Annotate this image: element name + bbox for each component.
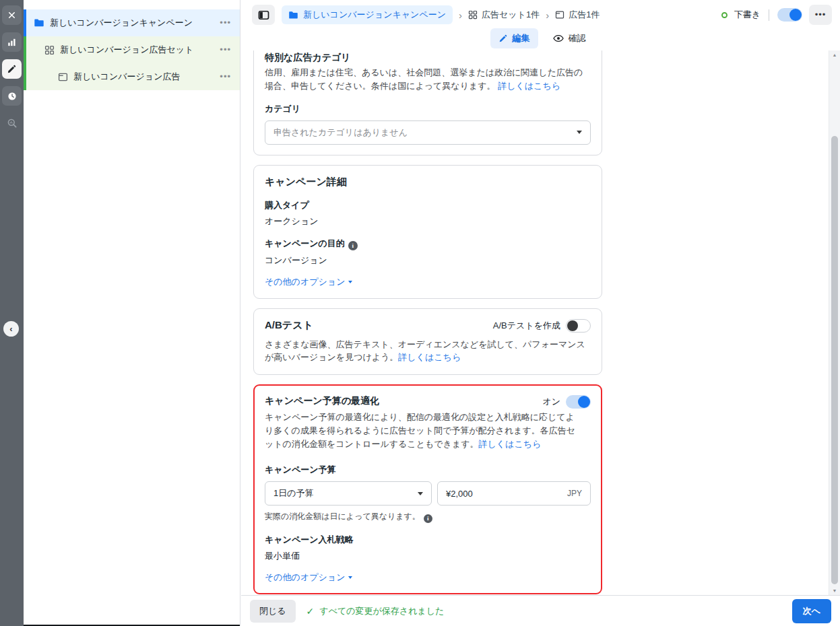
side-panel-icon (258, 9, 269, 21)
draft-status-label: 下書き (734, 9, 761, 21)
vertical-scrollbar[interactable]: ▲ ▼ (829, 50, 840, 595)
chevron-right-icon: › (546, 9, 549, 21)
budget-amount-input[interactable] (446, 489, 567, 499)
close-icon (7, 10, 17, 20)
campaign-budget-label: キャンペーン予算 (265, 464, 591, 476)
status-controls: 下書き ••• (721, 5, 832, 25)
toggle-side-panel-button[interactable] (252, 5, 275, 25)
chevron-left-icon: ‹ (9, 324, 12, 334)
search-insights-button[interactable] (2, 113, 22, 133)
learn-more-link[interactable]: 詳しくはこちら (398, 352, 461, 362)
budget-toggle-label: オン (542, 396, 560, 408)
ad-frame-icon (555, 10, 564, 20)
ab-test-title: A/Bテスト (265, 319, 313, 332)
publish-toggle[interactable] (777, 8, 802, 22)
settings-scroll-area: 特別な広告カテゴリ 信用、雇用または住宅、あるいは、社会問題、選挙または政治に関… (241, 50, 829, 595)
info-icon[interactable]: i (348, 241, 358, 250)
breadcrumb-campaign[interactable]: 新しいコンバージョンキャンペーン (282, 5, 453, 24)
editor-main-panel: 新しいコンバージョンキャンペーン › 広告セット1件 › 広告1件 下書き (241, 0, 840, 626)
bar-chart-icon (7, 37, 17, 47)
next-button[interactable]: 次へ (792, 599, 831, 623)
header-more-button[interactable]: ••• (809, 5, 832, 25)
tree-item-campaign[interactable]: 新しいコンバージョンキャンペーン ••• (24, 9, 240, 36)
close-button[interactable] (2, 5, 22, 25)
tab-edit[interactable]: 編集 (490, 28, 538, 48)
campaign-details-card: キャンペーン詳細 購入タイプ オークション キャンペーンの目的i コンバージョン… (253, 165, 602, 299)
close-button[interactable]: 閉じる (250, 600, 296, 623)
pencil-icon (7, 64, 17, 74)
campaign-tree: 新しいコンバージョンキャンペーン ••• 新しいコンバージョン広告セット •••… (24, 0, 240, 90)
more-options-icon[interactable]: ••• (220, 46, 231, 53)
caret-down-icon (348, 281, 352, 283)
info-icon[interactable]: i (424, 514, 432, 523)
folder-icon (34, 18, 44, 28)
special-category-title: 特別な広告カテゴリ (265, 52, 591, 64)
campaign-tree-sidebar: 新しいコンバージョンキャンペーン ••• 新しいコンバージョン広告セット •••… (24, 0, 240, 626)
chevron-right-icon: › (459, 9, 462, 21)
budget-helper-text: 実際の消化金額は日によって異なります。i (265, 511, 591, 523)
more-options-link[interactable]: その他のオプション (265, 276, 352, 288)
footer-bar: 閉じる ✓ すべての変更が保存されました 次へ (241, 595, 840, 626)
buying-type-label: 購入タイプ (265, 199, 591, 211)
tree-item-label: 新しいコンバージョンキャンペーン (50, 17, 193, 29)
currency-label: JPY (567, 489, 582, 498)
tab-review-label: 確認 (569, 32, 586, 44)
more-options-icon[interactable]: ••• (220, 73, 231, 80)
bid-strategy-value: 最小単価 (265, 550, 591, 562)
breadcrumb-ad-label: 広告1件 (569, 9, 600, 21)
clock-icon (7, 91, 18, 102)
history-button[interactable] (2, 86, 22, 106)
more-options-link[interactable]: その他のオプション (265, 571, 352, 584)
adset-grid-icon (468, 10, 478, 20)
edit-mode-button[interactable] (2, 59, 22, 79)
divider (769, 9, 769, 21)
special-category-description: 信用、雇用または住宅、あるいは、社会問題、選挙または政治に関連した広告の場合、申… (265, 66, 591, 93)
pencil-icon (498, 34, 508, 43)
budget-amount-field[interactable]: JPY (437, 481, 591, 506)
breadcrumb-campaign-label: 新しいコンバージョンキャンペーン (303, 9, 446, 21)
check-icon: ✓ (306, 606, 315, 617)
budget-type-select[interactable]: 1日の予算 (265, 481, 432, 506)
ads-manager-edit-window: ‹ 新しいコンバージョンキャンペーン ••• 新しいコンバージョン広告セット •… (0, 0, 840, 626)
special-ad-category-card: 特別な広告カテゴリ 信用、雇用または住宅、あるいは、社会問題、選挙または政治に関… (253, 50, 602, 155)
adset-grid-icon (44, 45, 55, 55)
ab-test-toggle[interactable] (566, 319, 591, 333)
category-field-label: カテゴリ (265, 103, 591, 115)
draft-status-icon (721, 12, 728, 18)
budget-optimization-title: キャンペーン予算の最適化 (265, 395, 379, 407)
caret-down-icon (418, 492, 423, 495)
selected-strip (24, 36, 26, 63)
scrollbar-thumb[interactable] (831, 136, 838, 584)
more-horizontal-icon: ••• (815, 12, 827, 18)
bid-strategy-label: キャンペーン入札戦略 (265, 534, 591, 546)
tree-item-label: 新しいコンバージョン広告 (73, 71, 180, 83)
learn-more-link[interactable]: 詳しくはこちら (498, 81, 560, 91)
scrollbar-up-arrow[interactable]: ▲ (829, 53, 840, 57)
caret-down-icon (348, 576, 352, 579)
learn-more-link[interactable]: 詳しくはこちら (478, 439, 541, 449)
collapse-sidebar-button[interactable]: ‹ (3, 321, 19, 337)
ab-test-toggle-label: A/Bテストを作成 (493, 320, 560, 332)
scrollbar-down-arrow[interactable]: ▼ (829, 588, 840, 593)
tab-review[interactable]: 確認 (548, 28, 591, 48)
tree-item-label: 新しいコンバージョン広告セット (60, 44, 193, 56)
performance-button[interactable] (2, 32, 22, 52)
mode-tabs: 編集 確認 (241, 27, 840, 50)
breadcrumb-bar: 新しいコンバージョンキャンペーン › 広告セット1件 › 広告1件 下書き (241, 0, 840, 27)
objective-value: コンバージョン (265, 254, 591, 267)
budget-optimization-card: キャンペーン予算の最適化 オン キャンペーン予算の最適化により、配信の最適化の設… (253, 384, 602, 594)
save-status-label: すべての変更が保存されました (319, 605, 444, 617)
eye-icon (553, 33, 564, 44)
campaign-details-title: キャンペーン詳細 (265, 176, 591, 188)
tree-item-ad[interactable]: 新しいコンバージョン広告 ••• (24, 63, 240, 90)
budget-optimization-toggle[interactable] (566, 395, 591, 409)
more-options-icon[interactable]: ••• (220, 20, 231, 26)
breadcrumb-ad[interactable]: 広告1件 (555, 9, 600, 21)
ab-test-description: さまざまな画像、広告テキスト、オーディエンスなどを試して、パフォーマンスが高いバ… (265, 338, 591, 365)
budget-optimization-description: キャンペーン予算の最適化により、配信の最適化の設定と入札戦略に応じてより多くの成… (265, 411, 580, 450)
category-select[interactable]: 申告されたカテゴリはありません (265, 120, 591, 145)
tree-item-adset[interactable]: 新しいコンバージョン広告セット ••• (24, 36, 240, 63)
breadcrumb-adset[interactable]: 広告セット1件 (468, 9, 540, 21)
buying-type-value: オークション (265, 215, 591, 228)
caret-down-icon (577, 131, 582, 134)
